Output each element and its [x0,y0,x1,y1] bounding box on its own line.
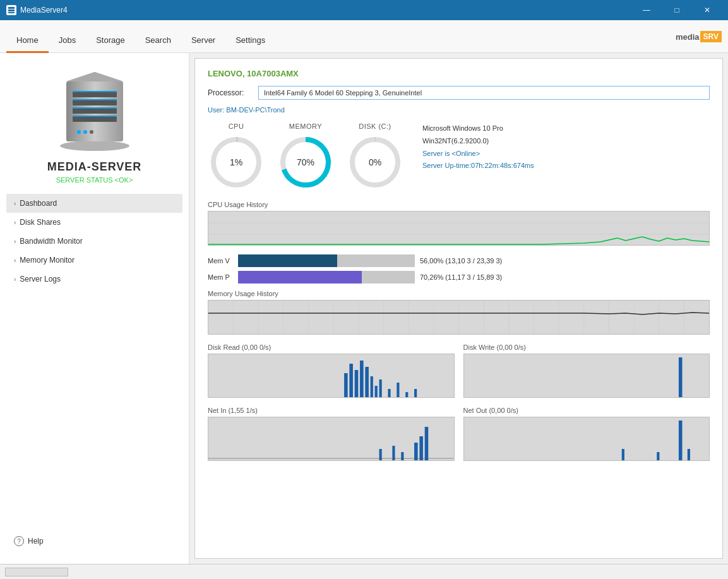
memory-gauge-section: MEMORY 70% [277,122,334,191]
nav-item-label: Bandwidth Monitor [20,237,82,246]
nav-item-label: Memory Monitor [20,256,75,265]
svg-rect-49 [365,367,369,398]
nav-item-memory-monitor[interactable]: ›Memory Monitor [6,251,182,270]
help-button[interactable]: ? Help [14,536,175,546]
sidebar-bottom: ? Help [6,531,182,551]
nav-item-server-logs[interactable]: ›Server Logs [6,270,182,289]
disk-gauge: 0% [347,134,403,191]
svg-rect-54 [397,383,399,398]
svg-rect-57 [678,357,682,398]
cpu-chart [208,211,710,246]
svg-rect-60 [401,452,403,461]
svg-rect-0 [8,7,15,9]
net-in-section: Net In (1,55 1/s) [208,407,455,461]
processor-label: Processor: [208,88,252,97]
content-area: LENOVO, 10A7003AMX Processor: Intel64 Fa… [194,58,723,559]
svg-rect-61 [414,443,418,461]
nav-item-bandwidth-monitor[interactable]: ›Bandwidth Monitor [6,232,182,251]
cpu-gauge: 1% [208,134,265,191]
mem-p-label: Mem P [208,273,233,281]
net-in-title: Net In (1,55 1/s) [208,407,455,414]
svg-rect-58 [379,449,382,461]
disk-charts-row: Disk Read (0,00 0/s) [208,343,710,398]
titlebar: MediaServer4 — □ ✕ [0,0,728,20]
sidebar: MEDIA-SERVER SERVER STATUS <OK> ›Dashboa… [0,53,189,564]
svg-rect-45 [344,373,348,398]
svg-point-17 [90,130,93,134]
disk-write-section: Disk Write (0,00 0/s) [463,343,710,398]
processor-row: Processor: Intel64 Family 6 Model 60 Ste… [208,86,710,100]
net-out-section: Net Out (0,00 0/s) [463,407,710,461]
user-link[interactable]: User: BM-DEV-PC\Trond [208,106,710,114]
svg-rect-56 [414,389,417,398]
nav-item-label: Disk Shares [20,218,61,227]
mem-v-text: 56,00% (13,10 3 / 23,39 3) [420,257,502,265]
svg-rect-2 [8,12,15,13]
memory-value: 70% [297,157,314,167]
server-id: LENOVO, 10A7003AMX [208,69,710,78]
svg-rect-1 [8,9,15,11]
server-image [44,66,145,154]
logo: media SRV [671,24,722,49]
cpu-value: 1% [230,157,242,167]
svg-rect-14 [73,116,117,117]
svg-rect-50 [371,376,373,398]
server-online: Server is <Online> [422,148,534,160]
maximize-button[interactable]: □ [662,0,691,20]
processor-value: Intel64 Family 6 Model 60 Stepping 3, Ge… [258,86,710,100]
svg-rect-47 [355,370,359,398]
disk-write-title: Disk Write (0,00 0/s) [463,343,710,351]
help-label: Help [28,537,44,546]
minimize-button[interactable]: — [632,0,661,20]
mem-p-track [238,271,415,284]
tab-storage[interactable]: Storage [86,30,135,53]
disk-value: 0% [369,157,381,167]
version-info: Win32NT(6.2.9200.0) [422,135,534,148]
tab-jobs[interactable]: Jobs [49,30,86,53]
memory-chart-title: Memory Usage History [208,290,710,297]
navbar: HomeJobsStorageSearchServerSettings medi… [0,20,728,53]
nav-item-dashboard[interactable]: ›Dashboard [6,194,182,213]
svg-rect-59 [392,446,395,461]
disk-read-chart [208,354,455,398]
tab-home[interactable]: Home [6,30,49,53]
help-icon: ? [14,536,24,546]
memory-chart [208,300,710,335]
nav-item-label: Dashboard [20,199,57,208]
tab-settings[interactable]: Settings [225,30,275,53]
titlebar-left: MediaServer4 [6,5,68,15]
svg-rect-48 [360,361,364,398]
svg-rect-46 [349,364,353,398]
cpu-gauge-section: CPU 1% [208,122,265,191]
disk-gauge-section: DISK (C:) 0% [347,122,403,191]
os-info: Microsoft Windows 10 Pro [422,122,534,135]
server-uptime: Server Up-time:07h:22m:48s:674ms [422,160,534,172]
statusbar-scroll[interactable] [5,568,68,576]
main-layout: MEDIA-SERVER SERVER STATUS <OK> ›Dashboa… [0,53,728,564]
svg-rect-52 [379,379,382,398]
chevron-icon: › [14,219,16,226]
tab-search[interactable]: Search [135,30,181,53]
server-name: MEDIA-SERVER [47,160,142,174]
svg-rect-12 [73,99,117,100]
nav-item-disk-shares[interactable]: ›Disk Shares [6,213,182,232]
nav-item-label: Server Logs [20,275,61,284]
svg-rect-68 [687,449,689,461]
svg-rect-53 [388,389,390,398]
chevron-icon: › [14,238,16,245]
memory-usage-section: Memory Usage History [208,290,710,335]
net-charts-row: Net In (1,55 1/s) Net Out (0,00 0/ [208,407,710,461]
close-button[interactable]: ✕ [693,0,722,20]
tab-server[interactable]: Server [181,30,225,53]
chevron-icon: › [14,257,16,264]
net-in-chart [208,417,455,461]
mem-v-row: Mem V 56,00% (13,10 3 / 23,39 3) [208,254,710,267]
svg-rect-55 [405,392,408,398]
svg-point-3 [60,141,129,151]
mem-v-fill [238,254,337,267]
app-title: MediaServer4 [20,6,68,15]
svg-marker-6 [66,72,123,81]
cpu-label: CPU [208,122,265,130]
svg-rect-65 [621,449,624,461]
net-out-title: Net Out (0,00 0/s) [463,407,710,414]
